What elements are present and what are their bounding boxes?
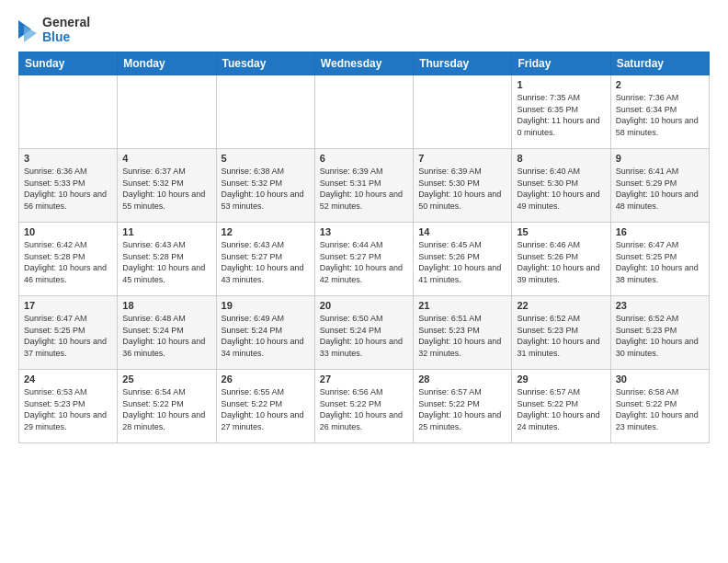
day-number: 19 [222,300,310,311]
day-number: 29 [517,373,605,385]
day-number: 13 [320,226,408,237]
calendar-week-row: 10Sunrise: 6:42 AM Sunset: 5:28 PM Dayli… [19,223,710,296]
day-info: Sunrise: 6:45 AM Sunset: 5:26 PM Dayligh… [418,239,506,285]
calendar-cell: 14Sunrise: 6:45 AM Sunset: 5:26 PM Dayli… [414,223,512,296]
day-info: Sunrise: 7:35 AM Sunset: 6:35 PM Dayligh… [517,92,605,138]
calendar-cell: 24Sunrise: 6:53 AM Sunset: 5:23 PM Dayli… [19,370,118,443]
day-info: Sunrise: 6:37 AM Sunset: 5:32 PM Dayligh… [122,166,210,212]
day-info: Sunrise: 6:47 AM Sunset: 5:25 PM Dayligh… [616,239,704,285]
logo-container: General Blue [18,15,90,44]
weekday-header-friday: Friday [512,52,610,75]
calendar-cell: 17Sunrise: 6:47 AM Sunset: 5:25 PM Dayli… [19,296,118,370]
day-number: 10 [24,226,112,237]
day-number: 4 [122,153,210,164]
weekday-header-monday: Monday [118,52,216,75]
day-info: Sunrise: 6:49 AM Sunset: 5:24 PM Dayligh… [222,313,310,359]
svg-marker-1 [24,26,37,42]
day-number: 5 [222,153,310,164]
weekday-header-tuesday: Tuesday [216,52,314,75]
weekday-header-row: SundayMondayTuesdayWednesdayThursdayFrid… [19,52,710,75]
logo-blue-text: Blue [42,29,90,44]
day-info: Sunrise: 6:39 AM Sunset: 5:31 PM Dayligh… [320,166,408,212]
day-number: 20 [320,300,408,311]
calendar-cell: 3Sunrise: 6:36 AM Sunset: 5:33 PM Daylig… [19,149,118,223]
calendar-cell: 19Sunrise: 6:49 AM Sunset: 5:24 PM Dayli… [216,296,314,370]
day-number: 16 [616,226,704,237]
calendar-cell [19,75,118,149]
day-number: 17 [24,300,112,311]
day-number: 7 [418,153,506,164]
day-info: Sunrise: 6:51 AM Sunset: 5:23 PM Dayligh… [418,313,506,359]
logo: General Blue [18,15,90,44]
day-number: 27 [320,373,408,385]
day-number: 26 [222,373,310,385]
day-number: 8 [517,153,605,164]
day-info: Sunrise: 6:50 AM Sunset: 5:24 PM Dayligh… [320,313,408,359]
day-number: 2 [616,79,704,90]
day-number: 12 [222,226,310,237]
day-info: Sunrise: 6:48 AM Sunset: 5:24 PM Dayligh… [122,313,210,359]
calendar-cell: 28Sunrise: 6:57 AM Sunset: 5:22 PM Dayli… [414,370,512,443]
calendar-cell: 8Sunrise: 6:40 AM Sunset: 5:30 PM Daylig… [512,149,610,223]
day-number: 11 [122,226,210,237]
day-info: Sunrise: 6:39 AM Sunset: 5:30 PM Dayligh… [418,166,506,212]
calendar-week-row: 24Sunrise: 6:53 AM Sunset: 5:23 PM Dayli… [19,370,710,443]
calendar-cell: 20Sunrise: 6:50 AM Sunset: 5:24 PM Dayli… [314,296,413,370]
day-info: Sunrise: 6:52 AM Sunset: 5:23 PM Dayligh… [616,313,704,359]
calendar-cell: 2Sunrise: 7:36 AM Sunset: 6:34 PM Daylig… [610,75,709,149]
calendar-cell: 7Sunrise: 6:39 AM Sunset: 5:30 PM Daylig… [414,149,512,223]
day-number: 3 [24,153,112,164]
calendar-week-row: 3Sunrise: 6:36 AM Sunset: 5:33 PM Daylig… [19,149,710,223]
calendar-cell [118,75,216,149]
day-number: 23 [616,300,704,311]
calendar-cell: 5Sunrise: 6:38 AM Sunset: 5:32 PM Daylig… [216,149,314,223]
calendar-cell: 16Sunrise: 6:47 AM Sunset: 5:25 PM Dayli… [610,223,709,296]
calendar-cell: 12Sunrise: 6:43 AM Sunset: 5:27 PM Dayli… [216,223,314,296]
day-info: Sunrise: 6:36 AM Sunset: 5:33 PM Dayligh… [24,166,112,212]
day-info: Sunrise: 6:53 AM Sunset: 5:23 PM Dayligh… [24,386,112,432]
calendar-cell: 18Sunrise: 6:48 AM Sunset: 5:24 PM Dayli… [118,296,216,370]
calendar-cell: 10Sunrise: 6:42 AM Sunset: 5:28 PM Dayli… [19,223,118,296]
calendar-cell [414,75,512,149]
day-info: Sunrise: 6:46 AM Sunset: 5:26 PM Dayligh… [517,239,605,285]
day-number: 14 [418,226,506,237]
calendar-cell: 4Sunrise: 6:37 AM Sunset: 5:32 PM Daylig… [118,149,216,223]
weekday-header-wednesday: Wednesday [314,52,413,75]
day-number: 9 [616,153,704,164]
day-info: Sunrise: 6:42 AM Sunset: 5:28 PM Dayligh… [24,239,112,285]
calendar-cell: 25Sunrise: 6:54 AM Sunset: 5:22 PM Dayli… [118,370,216,443]
day-info: Sunrise: 6:57 AM Sunset: 5:22 PM Dayligh… [418,386,506,432]
calendar-cell [216,75,314,149]
day-info: Sunrise: 7:36 AM Sunset: 6:34 PM Dayligh… [616,92,704,138]
weekday-header-sunday: Sunday [19,52,118,75]
day-info: Sunrise: 6:43 AM Sunset: 5:27 PM Dayligh… [222,239,310,285]
calendar-cell: 9Sunrise: 6:41 AM Sunset: 5:29 PM Daylig… [610,149,709,223]
day-number: 25 [122,373,210,385]
calendar-cell: 26Sunrise: 6:55 AM Sunset: 5:22 PM Dayli… [216,370,314,443]
day-number: 24 [24,373,112,385]
day-info: Sunrise: 6:44 AM Sunset: 5:27 PM Dayligh… [320,239,408,285]
day-number: 15 [517,226,605,237]
day-info: Sunrise: 6:52 AM Sunset: 5:23 PM Dayligh… [517,313,605,359]
page: General Blue SundayMondayTuesdayWednesda… [0,0,728,458]
weekday-header-thursday: Thursday [414,52,512,75]
calendar-cell: 21Sunrise: 6:51 AM Sunset: 5:23 PM Dayli… [414,296,512,370]
calendar: SundayMondayTuesdayWednesdayThursdayFrid… [18,52,710,443]
header: General Blue [18,15,710,44]
day-number: 6 [320,153,408,164]
calendar-cell: 11Sunrise: 6:43 AM Sunset: 5:28 PM Dayli… [118,223,216,296]
day-info: Sunrise: 6:58 AM Sunset: 5:22 PM Dayligh… [616,386,704,432]
logo-triangle-icon [18,17,39,42]
day-info: Sunrise: 6:55 AM Sunset: 5:22 PM Dayligh… [222,386,310,432]
calendar-cell: 27Sunrise: 6:56 AM Sunset: 5:22 PM Dayli… [314,370,413,443]
calendar-cell: 29Sunrise: 6:57 AM Sunset: 5:22 PM Dayli… [512,370,610,443]
day-number: 22 [517,300,605,311]
calendar-cell: 15Sunrise: 6:46 AM Sunset: 5:26 PM Dayli… [512,223,610,296]
day-info: Sunrise: 6:57 AM Sunset: 5:22 PM Dayligh… [517,386,605,432]
day-number: 1 [517,79,605,90]
calendar-cell: 1Sunrise: 7:35 AM Sunset: 6:35 PM Daylig… [512,75,610,149]
day-info: Sunrise: 6:56 AM Sunset: 5:22 PM Dayligh… [320,386,408,432]
calendar-week-row: 1Sunrise: 7:35 AM Sunset: 6:35 PM Daylig… [19,75,710,149]
day-info: Sunrise: 6:43 AM Sunset: 5:28 PM Dayligh… [122,239,210,285]
calendar-cell: 6Sunrise: 6:39 AM Sunset: 5:31 PM Daylig… [314,149,413,223]
